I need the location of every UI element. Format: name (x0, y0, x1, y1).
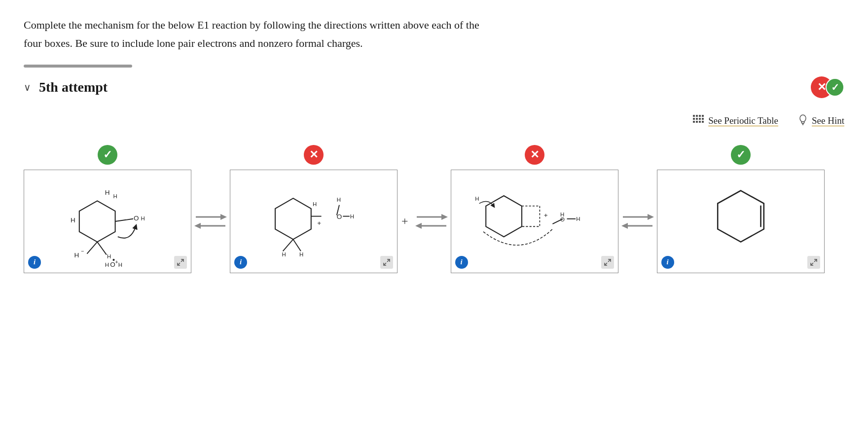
attempt-status-group: ✕ ✓ (811, 76, 844, 98)
box-2-expand-icon[interactable] (380, 256, 393, 269)
svg-rect-11 (702, 121, 704, 123)
svg-marker-66 (718, 190, 764, 242)
svg-text:H: H (299, 251, 303, 257)
svg-text:H: H (350, 214, 354, 219)
svg-marker-54 (522, 206, 540, 227)
box-4-status-icon: ✓ (731, 145, 751, 165)
svg-rect-2 (699, 115, 701, 117)
svg-text:+: + (317, 219, 321, 227)
svg-marker-65 (621, 223, 628, 229)
svg-text:−: − (81, 249, 84, 254)
box-1: H H O H H H − H (24, 170, 191, 273)
hint-button[interactable]: See Hint (798, 114, 844, 128)
svg-marker-52 (415, 223, 422, 229)
hint-icon (798, 114, 808, 128)
svg-marker-35 (194, 223, 201, 229)
box-3-expand-icon[interactable] (601, 256, 614, 269)
svg-text:+: + (543, 211, 547, 218)
toolbar-row: See Periodic Table See Hint (24, 114, 844, 128)
svg-rect-9 (696, 121, 698, 123)
box-4-status: ✓ (731, 144, 751, 166)
plus-separator: + (401, 214, 408, 228)
attempt-header: ∨ 5th attempt ✕ ✓ (24, 76, 844, 98)
svg-text:O: O (134, 214, 139, 222)
box-4-info-icon[interactable]: i (661, 256, 674, 269)
svg-text:H: H (118, 261, 122, 267)
box-3-status-icon: ✕ (525, 145, 544, 165)
svg-text:H: H (337, 197, 341, 203)
arrow-3-4 (618, 209, 657, 234)
svg-rect-0 (693, 115, 695, 117)
box-4-expand-icon[interactable] (807, 256, 820, 269)
svg-rect-10 (699, 121, 701, 123)
box-2-wrapper: ✕ + H O H H (230, 144, 398, 273)
svg-line-46 (293, 239, 301, 251)
svg-marker-33 (220, 214, 227, 220)
box-3-status: ✕ (525, 144, 544, 166)
arrow-2-3 (412, 209, 451, 234)
svg-marker-50 (441, 214, 448, 220)
box-1-info-icon[interactable]: i (28, 256, 41, 269)
svg-line-22 (87, 242, 97, 253)
svg-text:H: H (313, 201, 317, 207)
svg-rect-7 (702, 118, 704, 120)
svg-text:H: H (560, 211, 564, 217)
boxes-row: ✓ H H O H H (24, 144, 844, 273)
box-1-status: ✓ (98, 144, 117, 166)
attempt-status-green-icon: ✓ (826, 78, 844, 97)
svg-text:O: O (560, 216, 565, 222)
svg-rect-4 (693, 118, 695, 120)
periodic-table-icon (692, 114, 704, 128)
svg-text:H: H (71, 216, 75, 224)
box-1-status-icon: ✓ (98, 145, 117, 165)
svg-point-12 (800, 115, 806, 122)
box-1-expand-icon[interactable] (174, 256, 187, 269)
box-2-info-icon[interactable]: i (234, 256, 247, 269)
box-3: H + O H H (451, 170, 618, 273)
svg-marker-15 (79, 201, 115, 242)
svg-text:H: H (576, 216, 580, 222)
svg-rect-5 (696, 118, 698, 120)
svg-line-25 (97, 242, 107, 254)
svg-line-45 (283, 239, 293, 251)
svg-marker-63 (648, 214, 654, 220)
box-4-wrapper: ✓ i (657, 144, 825, 273)
svg-text:H: H (113, 193, 117, 199)
svg-line-18 (115, 219, 133, 221)
box-1-wrapper: ✓ H H O H H (24, 144, 191, 273)
svg-text:H: H (74, 251, 79, 259)
periodic-table-button[interactable]: See Periodic Table (692, 114, 778, 128)
box-2: + H O H H H H i (230, 170, 398, 273)
svg-text:H: H (475, 196, 479, 202)
attempt-title: 5th attempt (39, 79, 108, 95)
svg-text:H: H (105, 189, 110, 196)
svg-rect-8 (693, 121, 695, 123)
box-2-status-icon: ✕ (304, 145, 324, 165)
svg-text:H: H (105, 261, 109, 267)
periodic-table-label: See Periodic Table (708, 115, 778, 126)
svg-rect-6 (699, 118, 701, 120)
svg-text:+: + (115, 259, 118, 265)
svg-rect-3 (702, 115, 704, 117)
box-3-info-icon[interactable]: i (455, 256, 468, 269)
box-3-wrapper: ✕ H + O H (451, 144, 618, 273)
hint-label: See Hint (812, 115, 844, 126)
box-4: i (657, 170, 825, 273)
svg-text:H: H (107, 253, 111, 259)
svg-marker-36 (275, 198, 311, 239)
arrow-1-2 (191, 209, 230, 234)
svg-text:O: O (110, 260, 115, 268)
box-2-status: ✕ (304, 144, 324, 166)
progress-divider (24, 65, 132, 68)
svg-marker-53 (486, 196, 522, 237)
svg-text:H: H (282, 251, 286, 257)
question-text: Complete the mechanism for the below E1 … (24, 16, 714, 53)
chevron-down-icon[interactable]: ∨ (24, 81, 31, 93)
svg-rect-1 (696, 115, 698, 117)
svg-text:H: H (141, 215, 145, 221)
